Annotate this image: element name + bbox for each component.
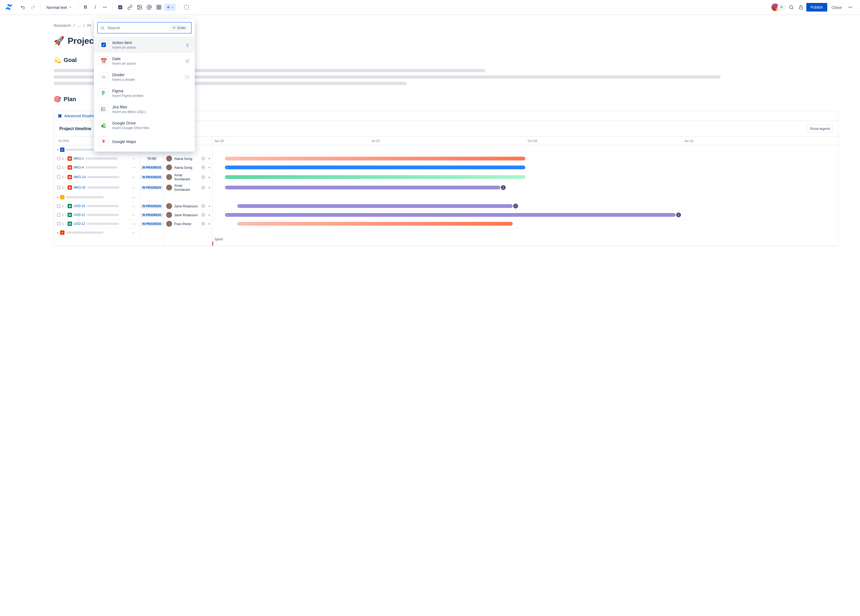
insert-menu-item[interactable]: Figma Insert Figma embed [94,85,195,101]
assignee-dropdown[interactable]: ▾ [209,166,210,169]
assignee-avatar[interactable] [166,221,172,227]
assignee-avatar[interactable] [166,174,172,180]
breadcrumb-item[interactable]: Research [54,23,71,28]
expand-icon[interactable]: › [65,176,66,179]
issue-key[interactable]: MKG-14 [74,175,86,179]
timeline-bar[interactable]: ← [225,175,525,179]
expand-icon[interactable]: › [65,166,66,169]
checkbox[interactable] [57,186,60,189]
expand-icon[interactable]: › [65,205,66,208]
link-button[interactable] [126,3,134,11]
expand-icon[interactable]: › [65,213,66,216]
timeline-bar[interactable]: ← 2 [225,213,676,217]
insert-menu-item[interactable]: Divider Insert a divider -- [94,69,195,85]
row-menu-button[interactable]: ⋯ [131,175,137,179]
more-formatting-button[interactable] [100,3,109,11]
clear-assignee-button[interactable]: − [201,165,206,169]
status-badge[interactable]: IN PROGRESS [141,222,163,226]
clear-assignee-button[interactable]: − [201,222,206,226]
bold-button[interactable]: B [81,3,90,11]
expand-icon[interactable]: › [65,186,66,189]
confluence-logo-icon[interactable] [5,3,13,11]
clear-assignee-button[interactable]: − [201,175,206,179]
assignee-dropdown[interactable]: ▾ [209,223,210,226]
row-menu-button[interactable]: ⋯ [131,204,137,208]
insert-search-box[interactable]: Enter [97,22,191,33]
checkbox[interactable] [57,157,60,160]
insert-menu-item[interactable]: Jira filter Insert jira filters (JQL) [94,101,195,117]
insert-search-input[interactable] [107,25,167,30]
assignee-dropdown[interactable]: ▾ [209,213,210,216]
insert-menu-item[interactable]: Google Maps [94,133,195,149]
breadcrumb-item[interactable]: Pr [87,23,91,28]
status-badge[interactable]: IN PROGRESS [141,186,163,190]
text-style-select[interactable]: Normal text [44,3,75,11]
expand-icon[interactable]: ▾ [57,148,58,151]
table-button[interactable] [155,3,163,11]
undo-button[interactable] [19,3,27,11]
insert-menu-item[interactable]: 📅 Date Insert an action // [94,53,195,69]
timeline-bar[interactable] [237,222,513,226]
assignee-avatar[interactable] [166,203,172,209]
row-menu-button[interactable]: ⋯ [131,195,137,199]
issue-key[interactable]: MKG-4 [74,166,84,169]
issue-key[interactable]: MKG-1 [74,157,84,160]
mention-button[interactable] [145,3,154,11]
timeline-bar[interactable]: ← 2 [237,204,513,208]
row-menu-button[interactable]: ⋯ [131,166,137,169]
timeline-bar[interactable] [225,157,525,160]
more-actions-button[interactable] [846,3,855,11]
add-collaborator-button[interactable]: + [777,3,786,11]
timeline-bar[interactable]: ← [225,166,525,169]
status-badge[interactable]: IN PROGRESS [141,166,163,169]
insert-menu-item[interactable]: Google Drive Insert Google Drive files [94,117,195,133]
restrictions-button[interactable] [797,3,805,11]
status-badge[interactable]: TO DO [146,157,158,161]
close-button[interactable]: Close [828,3,845,12]
row-menu-button[interactable]: ⋯ [131,213,137,217]
assignee-avatar[interactable] [166,185,172,191]
checkbox[interactable] [57,222,60,226]
row-menu-button[interactable]: ⋯ [131,222,137,226]
clear-assignee-button[interactable]: − [201,213,206,217]
status-badge[interactable]: IN PROGRESS [141,213,163,217]
insert-menu-item[interactable]: Action item Insert an action [] [94,37,195,53]
status-badge[interactable]: IN PROGRESS [141,175,163,179]
checkbox[interactable] [57,166,60,169]
row-menu-button[interactable]: ⋯ [131,157,137,161]
checkbox[interactable] [57,213,60,216]
assignee-avatar[interactable] [166,165,172,170]
assignee-dropdown[interactable]: ▾ [209,176,210,179]
checkbox[interactable] [57,176,60,179]
assignee-dropdown[interactable]: ▾ [209,157,210,160]
status-badge[interactable]: IN PROGRESS [141,204,163,208]
issue-key[interactable]: UXD-12 [74,213,85,217]
assignee-dropdown[interactable]: ▾ [209,186,210,189]
publish-button[interactable]: Publish [806,3,827,11]
show-legend-button[interactable]: Show legend [807,125,833,133]
issue-key[interactable]: UXD-15 [74,204,85,208]
image-button[interactable] [135,3,144,11]
clear-assignee-button[interactable]: − [201,185,206,190]
checkbox[interactable] [57,204,60,208]
expand-icon[interactable]: ▾ [57,196,58,199]
italic-button[interactable]: I [91,3,100,11]
row-menu-button[interactable]: ⋯ [131,186,137,190]
assignee-dropdown[interactable]: ▾ [209,205,210,208]
insert-button[interactable] [164,4,176,11]
expand-icon[interactable]: › [65,157,66,160]
action-item-button[interactable] [116,3,124,11]
assignee-avatar[interactable] [166,155,172,161]
redo-button[interactable] [28,3,37,11]
assignee-avatar[interactable] [166,212,172,218]
breadcrumb-item[interactable]: ... [77,23,81,28]
clear-assignee-button[interactable]: − [201,157,206,161]
row-menu-button[interactable]: ⋯ [131,231,137,235]
issue-key[interactable]: MKG-32 [74,186,86,190]
clear-assignee-button[interactable]: − [201,204,206,208]
issue-key[interactable]: UXD-12 [74,222,85,226]
collapse-button[interactable] [182,3,191,11]
find-button[interactable] [787,3,796,11]
timeline-bar[interactable]: ← 2 [225,186,500,190]
expand-icon[interactable]: › [65,223,66,226]
